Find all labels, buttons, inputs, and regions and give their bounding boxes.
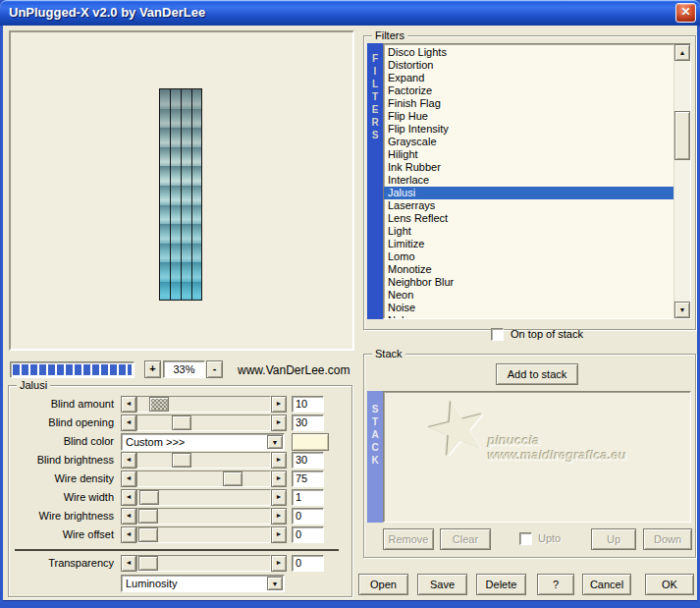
preview-image[interactable]: [159, 88, 202, 301]
website-link[interactable]: www.VanDerLee.com: [238, 363, 350, 377]
down-button[interactable]: Down: [643, 528, 692, 550]
slider-right-arrow[interactable]: [271, 396, 287, 413]
slider-left-arrow[interactable]: [121, 452, 136, 469]
filter-item[interactable]: Nuke: [384, 314, 673, 318]
slider-track[interactable]: [136, 489, 271, 506]
filter-item[interactable]: Noise: [384, 302, 673, 314]
param-label: Transparency: [8, 557, 114, 569]
slider-thumb[interactable]: [223, 471, 242, 486]
filter-item[interactable]: Light: [384, 225, 673, 238]
filter-item[interactable]: Monotize: [384, 263, 673, 276]
filter-item[interactable]: Factorize: [384, 84, 673, 97]
slider-thumb[interactable]: [138, 509, 158, 524]
slider-right-arrow[interactable]: [271, 452, 287, 469]
filters-scrollbar[interactable]: [673, 44, 690, 318]
slider-left-arrow[interactable]: [121, 555, 136, 572]
filters-list: Disco LightsDistortionExpandFactorizeFin…: [384, 46, 673, 318]
slider-right-arrow[interactable]: [271, 470, 287, 487]
filter-item[interactable]: Flip Hue: [384, 110, 673, 123]
slider-thumb[interactable]: [138, 527, 158, 542]
slider-left-arrow[interactable]: [121, 470, 136, 487]
slider-right-arrow[interactable]: [271, 508, 287, 525]
preview-panel[interactable]: [9, 30, 354, 351]
scrollbar-thumb[interactable]: [674, 111, 690, 160]
slider-track[interactable]: [136, 452, 271, 469]
zoom-out-button[interactable]: -: [206, 360, 223, 378]
filter-item[interactable]: Flip Intensity: [384, 123, 673, 136]
filter-item[interactable]: Lens Reflect: [384, 212, 673, 225]
slider-left-arrow[interactable]: [121, 489, 136, 506]
slider-thumb[interactable]: [172, 415, 191, 430]
slider-left-arrow[interactable]: [121, 415, 136, 431]
filter-item[interactable]: Neighbor Blur: [384, 276, 673, 289]
slider-right-arrow[interactable]: [271, 489, 287, 506]
help-button[interactable]: ?: [537, 574, 574, 595]
chevron-down-icon[interactable]: [267, 577, 283, 590]
wire-brightness-row: Wire brightness 0: [8, 508, 353, 526]
scroll-down-icon[interactable]: [674, 302, 690, 318]
slider-right-arrow[interactable]: [271, 526, 287, 543]
filter-item[interactable]: Limitize: [384, 238, 673, 250]
filter-item[interactable]: Disco Lights: [384, 46, 673, 59]
param-label: Blind opening: [8, 416, 114, 428]
value-input[interactable]: 10: [292, 396, 324, 413]
delete-button[interactable]: Delete: [476, 574, 526, 595]
ok-button[interactable]: OK: [645, 574, 694, 595]
slider-thumb[interactable]: [139, 490, 159, 505]
close-button[interactable]: [675, 3, 696, 23]
slider-track[interactable]: [136, 526, 271, 543]
slider-track[interactable]: [136, 508, 271, 525]
blind-color-swatch[interactable]: [292, 433, 329, 451]
chevron-down-icon[interactable]: [267, 435, 283, 449]
open-button[interactable]: Open: [358, 574, 408, 595]
slider-thumb[interactable]: [138, 556, 158, 571]
filters-listbox[interactable]: Disco LightsDistortionExpandFactorizeFin…: [383, 43, 691, 319]
zoom-level-field[interactable]: 33%: [163, 360, 205, 378]
value-input[interactable]: 75: [292, 470, 324, 487]
slider-track[interactable]: [136, 396, 271, 413]
slider-track[interactable]: [136, 555, 271, 572]
slider-track[interactable]: [136, 470, 271, 487]
value-input[interactable]: 0: [292, 555, 324, 572]
filter-item[interactable]: Distortion: [384, 59, 673, 72]
stack-list[interactable]: ★ pinuccia www.maidiregrafica.eu: [383, 391, 691, 523]
up-button[interactable]: Up: [591, 528, 636, 550]
filter-item[interactable]: Grayscale: [384, 136, 673, 148]
value-input[interactable]: 0: [292, 508, 324, 525]
zoom-in-button[interactable]: +: [144, 360, 161, 378]
value-input[interactable]: 30: [292, 452, 324, 469]
filter-item[interactable]: Ink Rubber: [384, 161, 673, 174]
remove-button[interactable]: Remove: [383, 528, 434, 550]
blend-mode-select[interactable]: Luminosity: [121, 575, 285, 592]
filter-item[interactable]: Neon: [384, 289, 673, 302]
clear-button[interactable]: Clear: [440, 528, 491, 550]
filter-item[interactable]: Hilight: [384, 148, 673, 161]
save-button[interactable]: Save: [417, 574, 467, 595]
transparency-row: Transparency 0: [8, 555, 353, 574]
value-input[interactable]: 0: [292, 526, 324, 543]
slider-left-arrow[interactable]: [121, 396, 136, 413]
slider-right-arrow[interactable]: [271, 415, 287, 431]
filter-item[interactable]: Finish Flag: [384, 97, 673, 110]
param-label: Blind brightness: [8, 454, 114, 466]
slider-track[interactable]: [136, 415, 271, 431]
titlebar[interactable]: UnPlugged-X v2.0 by VanDerLee: [0, 0, 700, 26]
cancel-button[interactable]: Cancel: [582, 574, 631, 595]
slider-thumb[interactable]: [172, 453, 191, 468]
add-to-stack-button[interactable]: Add to stack: [496, 363, 578, 385]
on-top-checkbox[interactable]: [491, 328, 504, 341]
slider-left-arrow[interactable]: [121, 526, 136, 543]
upto-checkbox[interactable]: [519, 532, 532, 545]
filter-item[interactable]: Laserrays: [384, 199, 673, 212]
scroll-up-icon[interactable]: [674, 44, 690, 61]
filter-item[interactable]: Lomo: [384, 250, 673, 263]
filter-item[interactable]: Expand: [384, 72, 673, 84]
value-input[interactable]: 1: [292, 489, 324, 506]
value-input[interactable]: 30: [292, 415, 324, 431]
filter-item[interactable]: Jalusi: [384, 187, 673, 199]
slider-left-arrow[interactable]: [121, 508, 136, 525]
blind-color-select[interactable]: Custom >>>: [121, 433, 285, 451]
slider-right-arrow[interactable]: [271, 555, 287, 572]
slider-thumb[interactable]: [149, 397, 169, 412]
filter-item[interactable]: Interlace: [384, 174, 673, 187]
